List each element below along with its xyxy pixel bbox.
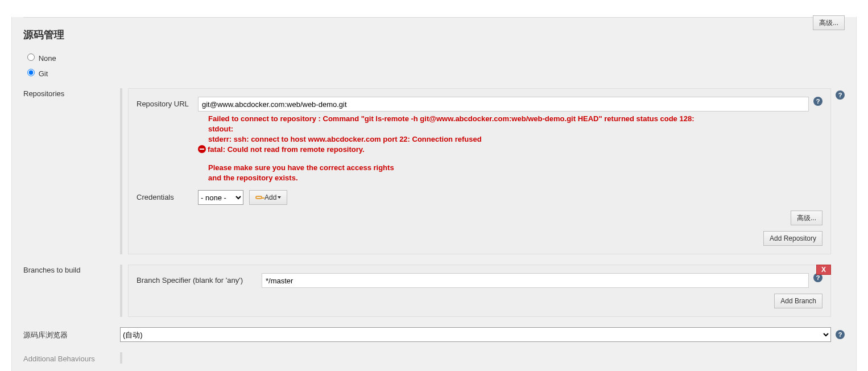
help-icon[interactable]: ? <box>813 97 822 106</box>
help-icon[interactable]: ? <box>836 330 845 339</box>
error-line: fatal: Could not read from remote reposi… <box>208 145 365 154</box>
repo-browser-select[interactable]: (自动) <box>120 327 831 342</box>
advanced-button-top-label: 高级... <box>819 18 838 28</box>
section-title: 源码管理 <box>23 28 845 42</box>
vertical-drag-bar <box>120 265 122 317</box>
add-credentials-label: Add <box>264 193 276 201</box>
branch-specifier-label: Branch Specifier (blank for 'any') <box>137 273 262 288</box>
scm-git-option[interactable]: Git <box>24 69 48 78</box>
advanced-button-top[interactable]: 高级... <box>813 15 845 30</box>
add-branch-button[interactable]: Add Branch <box>774 294 822 308</box>
credentials-select[interactable]: - none - <box>198 190 243 205</box>
chevron-down-icon <box>278 196 281 199</box>
add-repository-button[interactable]: Add Repository <box>763 231 822 246</box>
error-line: Please make sure you have the correct ac… <box>208 163 822 173</box>
error-icon <box>198 145 206 153</box>
vertical-drag-bar <box>120 88 122 254</box>
add-branch-label: Add Branch <box>780 297 816 305</box>
scm-none-radio[interactable] <box>27 53 35 61</box>
add-credentials-button[interactable]: Add <box>249 190 287 205</box>
scm-none-option[interactable]: None <box>24 54 56 63</box>
repository-panel: Repository URL ? Failed to connect to re… <box>128 88 831 254</box>
error-line: Failed to connect to repository : Comman… <box>208 114 822 124</box>
scm-git-radio[interactable] <box>27 69 35 76</box>
branch-panel: X Branch Specifier (blank for 'any') ? A… <box>128 265 831 317</box>
branch-specifier-input[interactable] <box>262 273 809 288</box>
repo-url-input[interactable] <box>198 97 809 112</box>
repo-advanced-button[interactable]: 高级... <box>791 211 822 225</box>
repo-browser-label: 源码库浏览器 <box>23 329 120 340</box>
scm-git-label: Git <box>39 69 48 78</box>
scm-none-label: None <box>39 54 56 63</box>
error-line: and the repository exists. <box>208 173 822 183</box>
error-line: stdout: <box>208 124 822 134</box>
error-line: stderr: ssh: connect to host www.abcdock… <box>208 134 822 145</box>
help-icon[interactable]: ? <box>836 90 845 100</box>
repo-url-label: Repository URL <box>137 97 198 112</box>
key-icon <box>255 196 262 199</box>
repo-advanced-label: 高级... <box>797 213 816 223</box>
repo-error: Failed to connect to repository : Comman… <box>137 114 822 183</box>
additional-behaviours-label: Additional Behaviours <box>23 353 120 363</box>
credentials-label: Credentials <box>137 190 198 205</box>
vertical-drag-bar <box>120 352 122 364</box>
branches-label: Branches to build <box>23 265 120 317</box>
add-repository-label: Add Repository <box>770 234 816 242</box>
repositories-label: Repositories <box>23 88 120 254</box>
delete-branch-button[interactable]: X <box>816 265 831 275</box>
